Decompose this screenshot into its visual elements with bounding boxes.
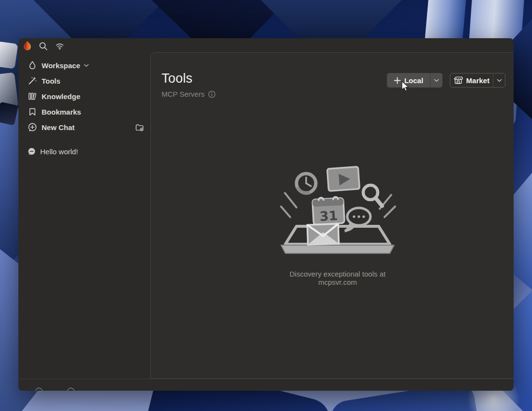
sidebar-item-label: Tools [42, 77, 60, 85]
sidebar-bottom-bar [18, 379, 514, 391]
sidebar-item-bookmarks[interactable]: Bookmarks [18, 104, 150, 119]
sidebar-item-tools[interactable]: Tools [18, 73, 150, 88]
bookmark-icon [28, 107, 37, 117]
storefront-icon [454, 76, 463, 85]
market-button[interactable]: Market [450, 73, 493, 87]
chat-list: Hello world! [18, 145, 150, 158]
window-topbar [18, 38, 514, 52]
sidebar-nav: Workspace Tools [18, 58, 150, 135]
page-title: Tools [162, 71, 192, 86]
clock-icon [296, 174, 316, 193]
sidebar-item-new-chat[interactable]: New Chat [18, 119, 150, 135]
app-window: Workspace Tools [18, 38, 514, 391]
sidebar-item-knowledge[interactable]: Knowledge [18, 88, 150, 104]
empty-state-caption: Discovery exceptional tools at mcpsvr.co… [277, 270, 398, 286]
bottom-icon-2[interactable] [67, 388, 74, 391]
calendar-icon: 31 [312, 196, 345, 224]
sidebar-item-label: Workspace [42, 61, 80, 70]
folder-add-icon[interactable] [135, 123, 144, 132]
page-subtitle: MCP Servers [162, 90, 216, 98]
app-logo-icon [22, 41, 32, 51]
flame-icon [28, 60, 37, 70]
plus-icon [394, 77, 401, 84]
calendar-number: 31 [319, 208, 338, 224]
local-button-label: Local [404, 76, 423, 85]
market-dropdown-button[interactable] [493, 73, 505, 87]
sidebar-item-label: Bookmarks [42, 108, 81, 116]
local-dropdown-button[interactable] [430, 73, 443, 88]
sidebar-item-workspace[interactable]: Workspace [18, 58, 150, 73]
local-button[interactable]: Local [387, 73, 430, 88]
bottom-icon-1[interactable] [35, 388, 43, 391]
page-subtitle-text: MCP Servers [162, 90, 205, 98]
chat-item-label: Hello world! [40, 147, 78, 156]
local-button-group: Local [387, 73, 443, 88]
sidebar-item-label: Knowledge [42, 92, 80, 101]
video-player-icon [327, 167, 359, 191]
sidebar: Workspace Tools [18, 52, 150, 379]
plus-comment-icon [28, 122, 37, 132]
info-icon[interactable] [208, 90, 216, 98]
books-icon [28, 91, 37, 101]
market-button-label: Market [466, 76, 489, 85]
chat-bubble-icon [28, 147, 36, 156]
tools-illustration: 31 [277, 163, 398, 262]
market-button-group: Market [450, 73, 505, 88]
chat-item-hello-world[interactable]: Hello world! [18, 145, 150, 158]
envelope-icon [307, 224, 339, 245]
search-icon[interactable] [39, 42, 48, 51]
magnifier-icon [363, 185, 382, 206]
wifi-icon[interactable] [55, 42, 64, 51]
chevron-down-icon [84, 64, 89, 67]
main-panel: Tools MCP Servers Local [150, 52, 514, 379]
chevron-down-icon [497, 79, 502, 82]
chevron-down-icon [434, 79, 439, 82]
wand-icon [28, 76, 37, 86]
sidebar-item-label: New Chat [42, 123, 74, 132]
empty-state: 31 Discovery exceptional tools at mc [277, 163, 398, 286]
